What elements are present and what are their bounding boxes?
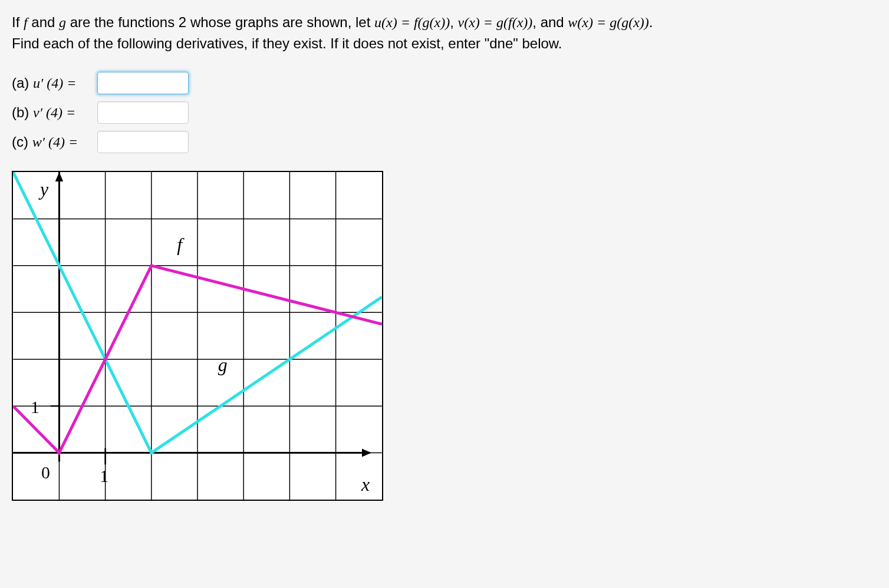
part-b-label: (b) v′ (4) = (12, 104, 91, 121)
text: If (12, 14, 24, 30)
x-axis-label: x (361, 474, 370, 495)
math-f: f (24, 15, 28, 30)
text: are the functions 2 whose graphs are sho… (66, 14, 374, 30)
graph: y x f g 0 1 1 (12, 171, 383, 501)
part-c-row: (c) w′ (4) = (12, 131, 877, 153)
math-v-def: v(x) = g(f(x)) (458, 15, 533, 30)
f-curve-label: f (177, 234, 185, 255)
part-b-row: (b) v′ (4) = (12, 101, 877, 124)
answer-parts: (a) u′ (4) = (b) v′ (4) = (c) w′ (4) = (12, 72, 877, 153)
y-axis-label: y (38, 179, 49, 200)
math-g: g (59, 15, 66, 30)
tick-1-y: 1 (31, 397, 39, 417)
problem-statement: If f and g are the functions 2 whose gra… (12, 12, 877, 54)
tick-1-x: 1 (100, 466, 108, 485)
text: and (28, 14, 59, 30)
part-a-row: (a) u′ (4) = (12, 72, 877, 94)
instruction-text: Find each of the following derivatives, … (12, 33, 877, 54)
part-c-input[interactable] (97, 131, 189, 153)
math-w-def: w(x) = g(g(x)) (568, 15, 648, 30)
svg-marker-16 (362, 449, 371, 457)
graph-svg: y x f g 0 1 1 (13, 172, 382, 500)
math-u-def: u(x) = f(g(x)) (374, 15, 450, 30)
text: , and (532, 14, 568, 30)
part-a-label: (a) u′ (4) = (12, 75, 91, 91)
part-b-input[interactable] (97, 101, 189, 124)
part-c-label: (c) w′ (4) = (12, 134, 91, 150)
svg-marker-15 (55, 172, 63, 181)
g-curve-label: g (218, 355, 228, 375)
part-a-input[interactable] (97, 72, 189, 94)
text: , (450, 14, 457, 30)
text: . (649, 14, 653, 30)
tick-0: 0 (41, 463, 50, 482)
